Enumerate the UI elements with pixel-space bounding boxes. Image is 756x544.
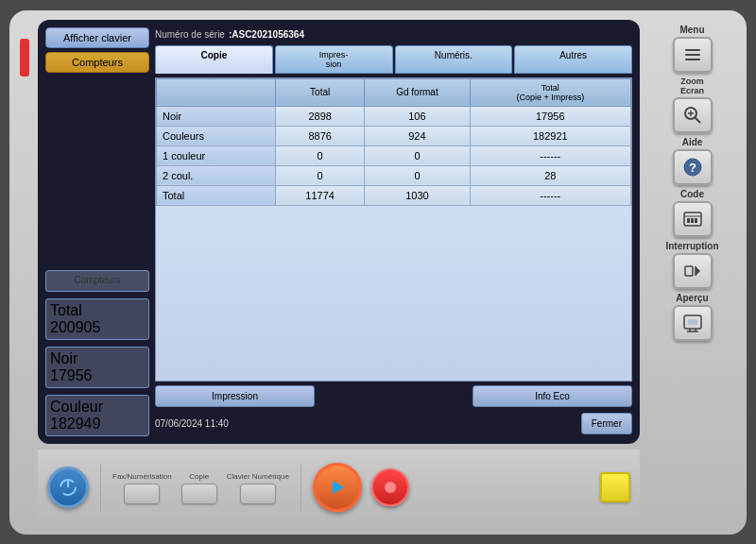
svg-text:?: ?	[689, 161, 696, 175]
datetime-row: 07/06/2024 11:40 Fermer	[155, 411, 632, 436]
copie-label: Copie	[189, 472, 209, 481]
row-1couleur-total2: ------	[470, 145, 630, 165]
aide-label: Aide	[682, 137, 703, 147]
svg-rect-4	[685, 49, 700, 51]
machine-body: Afficher clavier Compteurs Compteurs Tot…	[9, 10, 747, 535]
svg-rect-18	[685, 266, 693, 276]
clavier-label: Clavier Numérique	[227, 472, 289, 481]
svg-marker-2	[333, 481, 344, 494]
datetime-value: 07/06/2024 11:40	[155, 418, 229, 429]
row-2coul-total2: 28	[470, 165, 630, 185]
code-label: Code	[680, 189, 704, 199]
tab-row: Copie Impres- sion Numéris. Autres	[155, 45, 632, 74]
apercu-label: Aperçu	[676, 293, 708, 303]
zoom-label: Zoom Ecran	[680, 76, 704, 95]
total-label: Total	[50, 302, 145, 319]
zoom-group: Zoom Ecran	[652, 76, 732, 133]
row-couleurs-total2: 182921	[470, 126, 630, 145]
compteurs-button[interactable]: Compteurs	[45, 52, 149, 73]
screen-container: Afficher clavier Compteurs Compteurs Tot…	[38, 20, 640, 444]
svg-marker-20	[696, 266, 700, 276]
serial-row: Numéro de série :ASC2021056364	[155, 27, 632, 42]
table-row: 2 coul. 0 0 28	[157, 165, 631, 185]
code-button[interactable]	[673, 201, 713, 237]
info-eco-button[interactable]: Info Eco	[472, 385, 632, 407]
row-couleurs-label: Couleurs	[157, 126, 276, 145]
couleur-label: Couleur	[50, 399, 145, 416]
copie-physical-button[interactable]	[181, 484, 217, 504]
menu-group: Menu	[652, 25, 732, 73]
svg-rect-16	[691, 218, 694, 223]
row-1couleur-label: 1 couleur	[157, 145, 276, 165]
row-noir-total: 2898	[276, 106, 365, 126]
apercu-group: Aperçu	[652, 293, 732, 341]
table-row: Total 11774 1030 ------	[157, 185, 631, 205]
tab-numeris[interactable]: Numéris.	[395, 45, 513, 74]
separator-1	[100, 464, 101, 511]
svg-rect-15	[687, 218, 690, 223]
menu-label: Menu	[679, 25, 704, 35]
row-2coul-total: 0	[276, 165, 365, 185]
power-button[interactable]	[47, 467, 89, 508]
col-header-gd-format: Gd format	[365, 78, 470, 106]
svg-rect-25	[688, 319, 697, 325]
row-noir-label: Noir	[157, 106, 276, 126]
col-header-total2: Total (Copie + Impress)	[470, 78, 630, 106]
screen-main-content: Numéro de série :ASC2021056364 Copie Imp…	[155, 27, 632, 436]
fax-button[interactable]	[124, 484, 160, 504]
row-noir-gd: 106	[365, 106, 470, 126]
aide-button[interactable]: ?	[673, 149, 713, 185]
aide-group: Aide ?	[652, 137, 732, 185]
tab-copie[interactable]: Copie	[155, 45, 273, 74]
row-2coul-label: 2 coul.	[157, 165, 276, 185]
right-panel: Menu Zoom Ecran	[647, 20, 737, 525]
code-group: Code	[652, 189, 732, 237]
data-table: Total Gd format Total (Copie + Impress) …	[155, 77, 632, 382]
serial-value: :ASC2021056364	[229, 29, 304, 40]
start-button[interactable]	[313, 463, 362, 512]
table-row: Couleurs 8876 924 182921	[157, 126, 631, 145]
sidebar-couleur-row: Couleur 182949	[45, 395, 149, 436]
svg-rect-5	[685, 54, 700, 56]
bottom-controls: Fax/Numérisation Copie Clavier Numérique	[38, 450, 640, 525]
row-1couleur-total: 0	[276, 145, 365, 165]
fermer-button[interactable]: Fermer	[581, 413, 632, 434]
row-total-gd: 1030	[365, 185, 470, 205]
yellow-button[interactable]	[600, 472, 630, 502]
red-tab	[20, 39, 29, 76]
sidebar-total-row: Total 200905	[45, 298, 149, 340]
screen-sidebar: Afficher clavier Compteurs Compteurs Tot…	[45, 27, 149, 436]
total-value: 200905	[50, 319, 145, 336]
noir-label: Noir	[50, 350, 145, 367]
svg-rect-17	[695, 218, 697, 223]
compteurs-section-label: Compteurs	[50, 275, 145, 285]
menu-button[interactable]	[673, 37, 713, 73]
row-noir-total2: 17956	[470, 106, 630, 126]
interruption-button[interactable]	[673, 253, 713, 289]
bottom-btn-row: Impression Info Eco	[155, 385, 632, 407]
svg-point-3	[385, 482, 396, 493]
afficher-clavier-button[interactable]: Afficher clavier	[45, 27, 149, 48]
row-1couleur-gd: 0	[365, 145, 470, 165]
row-couleurs-gd: 924	[365, 126, 470, 145]
table-row: 1 couleur 0 0 ------	[157, 145, 631, 165]
impression-button[interactable]: Impression	[155, 385, 315, 407]
clavier-button[interactable]	[240, 484, 276, 504]
stop-button[interactable]	[371, 468, 409, 506]
row-total-total: 11774	[276, 185, 365, 205]
svg-rect-6	[685, 59, 700, 60]
col-header-total: Total	[276, 78, 365, 106]
row-total-total2: ------	[470, 185, 630, 205]
tab-autres[interactable]: Autres	[514, 45, 632, 74]
interruption-group: Interruption	[652, 241, 732, 289]
fax-label: Fax/Numérisation	[112, 472, 172, 481]
row-couleurs-total: 8876	[276, 126, 365, 145]
row-total-label: Total	[157, 185, 276, 205]
table-row: Noir 2898 106 17956	[157, 106, 631, 126]
col-header-label	[157, 78, 276, 106]
couleur-value: 182949	[50, 416, 145, 433]
zoom-button[interactable]	[673, 97, 713, 133]
apercu-button[interactable]	[673, 305, 713, 341]
row-2coul-gd: 0	[365, 165, 470, 185]
tab-impression[interactable]: Impres- sion	[275, 45, 393, 74]
